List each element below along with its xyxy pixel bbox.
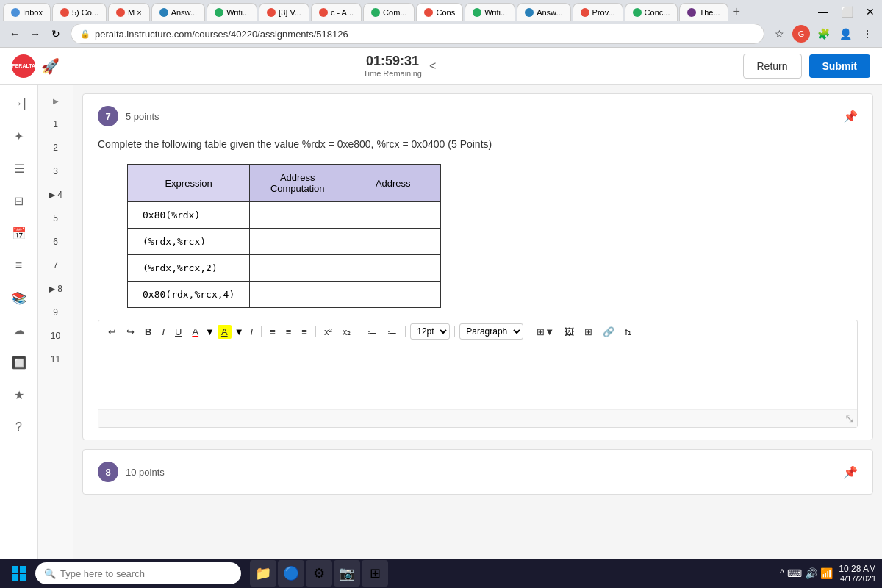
align-left-button[interactable]: ≡ [266,325,279,339]
tab-prov[interactable]: Prov... [573,3,623,21]
nav-question-3[interactable]: 3 [43,161,69,182]
extensions-button[interactable]: 🧩 [814,25,832,43]
superscript-button[interactable]: x² [320,325,336,339]
nav-question-1[interactable]: 1 [43,114,69,135]
editor-body[interactable] [98,343,857,409]
submit-button[interactable]: Submit [809,54,870,78]
pin-icon[interactable]: 📌 [843,110,858,123]
tray-speaker-icon[interactable]: 🔊 [805,567,817,579]
google-account-button[interactable]: G [792,25,810,43]
align-center-button[interactable]: ≡ [282,325,295,339]
nav-question-11[interactable]: 11 [43,349,69,370]
align-right-button[interactable]: ≡ [298,325,311,339]
taskbar-search-input[interactable] [60,568,232,579]
tab-mx[interactable]: M × [108,3,150,21]
sidebar-icon-dashboard[interactable]: ✦ [6,123,32,149]
url-bar[interactable]: 🔒 peralta.instructure.com/courses/40220/… [71,24,764,44]
redo-button[interactable]: ↪ [123,325,138,339]
profile-button[interactable]: 👤 [836,25,854,43]
tab-conc[interactable]: Conc... [625,3,678,21]
tab-com[interactable]: Com... [363,3,415,21]
editor-resize-handle[interactable]: ⤡ [98,409,857,427]
italic-button[interactable]: I [158,325,168,339]
subscript-button[interactable]: x₂ [339,325,355,339]
highlight-button[interactable]: A [218,325,232,339]
tray-network-icon[interactable]: 📶 [820,567,833,579]
numbered-button[interactable]: ≔ [384,325,401,339]
sidebar-icon-arrow[interactable]: →| [6,90,32,117]
nav-question-10[interactable]: 10 [43,326,69,346]
sidebar-icon-help[interactable]: ? [6,414,32,440]
sidebar-icon-commons[interactable]: ☁ [6,317,32,343]
taskbar-explorer-icon[interactable]: 📁 [250,560,276,587]
tab-favicon [687,8,696,17]
nav-question-9[interactable]: 9 [43,302,69,323]
nav-question-4[interactable]: ▶ 4 [43,184,69,205]
tray-icons: ^ ⌨ 🔊 📶 [780,567,833,579]
media-insert-button[interactable]: ⊞ [581,325,596,339]
tab-label: Inbox [23,8,43,17]
timer-collapse-button[interactable]: < [426,60,439,73]
tray-up-icon[interactable]: ^ [780,567,785,579]
nav-arrow-right[interactable]: ▶ [43,90,69,111]
undo-button[interactable]: ↩ [104,325,120,339]
taskbar-tiles-icon[interactable]: ⊞ [362,560,388,587]
nav-question-6[interactable]: 6 [43,232,69,252]
tab-answ2[interactable]: Answ... [517,3,570,21]
nav-question-8[interactable]: ▶ 8 [43,279,69,299]
taskbar-search-bar[interactable]: 🔍 [35,562,241,584]
sidebar-icon-starred[interactable]: ★ [6,381,32,408]
tab-writi1[interactable]: Writi... [207,3,257,21]
bold-button[interactable]: B [141,325,155,339]
italic2-button[interactable]: I [247,325,257,339]
tab-answ1[interactable]: Answ... [151,3,205,21]
tab-5co[interactable]: 5) Co... [52,3,107,21]
question-8-points: 10 points [126,467,165,478]
taskbar-edge-icon[interactable]: 🔵 [278,560,304,587]
tab-the[interactable]: The... [679,3,728,21]
new-tab-button[interactable]: + [733,4,741,20]
font-size-select[interactable]: 12pt 14pt 18pt [410,323,450,340]
table-cell-address-3 [345,255,441,282]
timer-area: 01:59:31 Time Remaining < [363,54,439,78]
tab-favicon [424,8,433,17]
tab-ca[interactable]: c - A... [311,3,362,21]
underline-button[interactable]: U [171,325,185,339]
tab-writi2[interactable]: Writi... [465,3,515,21]
taskbar-camera-icon[interactable]: 📷 [334,560,360,587]
close-button[interactable]: ✕ [861,3,879,21]
link-button[interactable]: 🔗 [599,325,618,339]
minimize-button[interactable]: — [814,3,832,21]
bullets-button[interactable]: ≔ [364,325,381,339]
refresh-button[interactable]: ↻ [47,25,65,43]
nav-question-5[interactable]: 5 [43,208,69,229]
sidebar-icon-calendar[interactable]: 📅 [6,220,32,246]
back-button[interactable]: ← [6,25,24,43]
tab-cons[interactable]: Cons [416,3,463,21]
paragraph-select[interactable]: Paragraph Heading 1 Heading 2 [459,323,523,340]
nav-question-2[interactable]: 2 [43,137,69,158]
forward-button[interactable]: → [26,25,44,43]
sidebar-icon-modules[interactable]: ⊟ [6,187,32,214]
menu-button[interactable]: ⋮ [858,25,876,43]
pin-icon-8[interactable]: 📌 [843,465,858,479]
tray-keyboard-icon[interactable]: ⌨ [787,567,802,579]
maximize-button[interactable]: ⬜ [838,3,856,21]
bookmark-button[interactable]: ☆ [770,25,788,43]
source-button[interactable]: f₁ [621,325,635,339]
table-cell-address-1 [345,202,441,229]
sidebar-icon-inbox[interactable]: ≡ [6,252,32,279]
tab-inbox[interactable]: Inbox [3,3,51,21]
tab-favicon [319,8,328,17]
nav-question-7[interactable]: 7 [43,255,69,276]
sidebar-icon-history[interactable]: 📚 [6,284,32,311]
image-insert-button[interactable]: 🖼 [561,325,578,339]
return-button[interactable]: Return [743,54,802,79]
start-button[interactable] [6,560,32,587]
sidebar-icon-courses[interactable]: ☰ [6,155,32,182]
font-color-button[interactable]: A [188,325,202,339]
sidebar-icon-studio[interactable]: 🔲 [6,349,32,376]
taskbar-settings-icon[interactable]: ⚙ [306,560,332,587]
table-insert-button[interactable]: ⊞▼ [533,325,558,339]
tab-3v[interactable]: [3] V... [259,3,309,21]
